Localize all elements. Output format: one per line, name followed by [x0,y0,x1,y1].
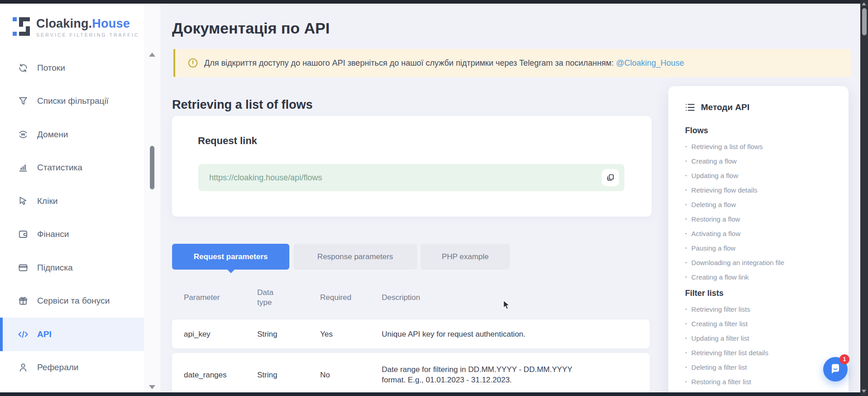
sidebar-item-services-bonuses[interactable]: Сервіси та бонуси [0,285,144,318]
params-table-header: Parameter Data type Required Description [172,280,650,316]
logo-title: Cloaking.House [36,17,139,31]
toc-item[interactable]: Pausing a flow [685,241,838,255]
copy-url-button[interactable] [602,169,619,186]
toc-item[interactable]: Retrieving flow details [685,183,838,197]
cloaking-house-logo-icon [12,15,32,38]
section-heading: Retrieving a list of flows [172,98,313,112]
sidebar-scroll-down-arrow-icon[interactable] [149,385,155,389]
sidebar-item-label: Домени [37,130,68,140]
sidebar-scrollbar-thumb[interactable] [150,146,154,189]
code-icon [17,328,29,340]
toc-item[interactable]: Creating a flow [685,154,838,168]
copy-icon [606,173,615,182]
page-title: Документація по API [172,19,330,37]
table-row: date_ranges String No Date range for fil… [172,353,650,396]
toc-item[interactable]: Updating a filter list [685,331,838,345]
cell-required: Yes [320,329,333,339]
sidebar-item-label: Кліки [37,196,58,206]
api-methods-header: Методи API [685,102,838,112]
sidebar-item-label: Фінанси [37,229,69,239]
sidebar-item-label: Списки фільтрації [37,96,109,106]
toc-item[interactable]: Downloading an integration file [685,255,838,270]
sidebar-item-subscription[interactable]: Підписка [0,251,144,285]
credit-card-icon [17,262,29,274]
tab-response-parameters[interactable]: Response parameters [293,244,417,270]
sidebar-item-domains[interactable]: Домени [0,118,144,151]
table-row: api_key String Yes Unique API key for re… [172,319,650,348]
sync-icon [17,62,29,74]
request-link-title: Request link [198,135,257,147]
logo-part1: Cloaking. [36,17,92,30]
tab-php-example[interactable]: PHP example [421,244,510,270]
sidebar-item-flows[interactable]: Потоки [0,51,144,85]
api-methods-title: Методи API [701,102,749,112]
request-url-field[interactable]: https://cloaking.house/api/flows [198,164,624,191]
column-header-required: Required [320,293,351,303]
cell-description: Date range for filtering in DD.MM.YYYY -… [382,364,581,385]
toc-flows-list: Retrieving a list of flows Creating a fl… [685,139,838,284]
toc-item[interactable]: Deleting a filter list [685,360,838,374]
column-header-description: Description [382,293,420,303]
logo-tagline: SERVICE FILTERING TRAFFIC [36,32,139,38]
banner-message: Для відкриття доступу до нашого API звер… [204,58,614,68]
chat-support-button[interactable]: 1 [823,357,848,382]
api-access-warning-banner: Для відкриття доступу до нашого API звер… [173,49,851,77]
sidebar: Cloaking.House SERVICE FILTERING TRAFFIC… [0,4,144,392]
window-bottom-edge [0,392,868,396]
telegram-link[interactable]: @Cloaking_House [616,58,684,68]
toc-item[interactable]: Creating a filter list [685,316,838,331]
warning-icon [188,58,198,68]
cell-parameter: date_ranges [184,369,227,380]
browser-scrollbar[interactable] [860,0,868,396]
request-url-text: https://cloaking.house/api/flows [209,173,322,183]
sidebar-item-label: Сервіси та бонуси [37,296,110,306]
sidebar-scroll-up-arrow-icon[interactable] [149,53,155,57]
scrollbar-down-arrow-icon[interactable] [862,390,866,393]
toc-item[interactable]: Restoring a filter list [685,374,838,389]
browser-scrollbar-thumb[interactable] [862,8,867,35]
sidebar-scrollbar[interactable] [144,4,160,392]
sidebar-item-statistics[interactable]: Статистика [0,151,144,185]
sidebar-item-api[interactable]: API [0,318,144,351]
toc-item[interactable]: Retrieving filter lists [685,302,838,316]
column-header-parameter: Parameter [184,293,220,303]
cell-data-type: String [257,369,283,380]
cursor-click-icon [17,195,29,207]
logo-part2: House [92,17,130,30]
toc-item[interactable]: Activating a flow [685,226,838,241]
sidebar-item-referrals[interactable]: Реферали [0,351,144,385]
tab-request-parameters[interactable]: Request parameters [172,244,289,270]
toc-section-flows: Flows [685,126,838,135]
sidebar-item-filter-lists[interactable]: Списки фільтрації [0,85,144,118]
bar-chart-icon [17,162,29,174]
request-link-card: Request link https://cloaking.house/api/… [172,116,652,217]
toc-section-filter-lists: Filter lists [685,289,838,298]
chat-bubble-icon [829,363,842,376]
scrollbar-up-arrow-icon[interactable] [862,2,866,5]
window-top-edge [0,0,868,4]
gift-icon [17,295,29,307]
banner-text: Для відкриття доступу до нашого API звер… [204,58,684,68]
sidebar-item-finances[interactable]: Фінанси [0,218,144,251]
toc-item[interactable]: Retrieving a list of flows [685,139,838,154]
sidebar-item-label: API [37,329,52,339]
toc-item[interactable]: Restoring a flow [685,212,838,226]
wallet-icon [17,228,29,240]
toc-item[interactable]: Retrieving filter list details [685,345,838,360]
cell-parameter: api_key [184,329,211,339]
toc-item[interactable]: Creating a flow link [685,270,838,284]
cell-description: Unique API key for request authenticatio… [382,329,581,339]
sidebar-item-label: Реферали [37,362,78,372]
sidebar-menu: Потоки Списки фільтрації Домени Статисти… [0,51,144,384]
api-methods-panel: Методи API Flows Retrieving a list of fl… [668,86,849,396]
toc-item[interactable]: Updating a flow [685,168,838,183]
sidebar-item-clicks[interactable]: Кліки [0,184,144,218]
sidebar-item-label: Потоки [37,63,65,73]
toc-filter-lists: Retrieving filter lists Creating a filte… [685,302,838,389]
logo[interactable]: Cloaking.House SERVICE FILTERING TRAFFIC [12,15,139,38]
list-icon [685,103,695,112]
sidebar-item-label: Підписка [37,263,73,273]
toc-item[interactable]: Deleting a flow [685,197,838,212]
user-icon [17,362,29,373]
chat-notification-badge: 1 [839,354,849,364]
